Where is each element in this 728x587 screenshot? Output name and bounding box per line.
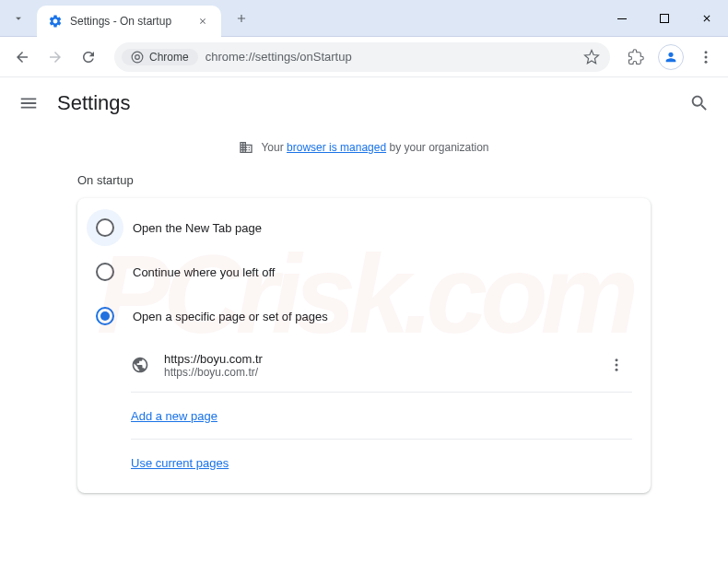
chevron-down-icon	[12, 12, 25, 25]
bookmark-button[interactable]	[581, 46, 603, 68]
radio-label: Continue where you left off	[133, 265, 275, 279]
option-new-tab[interactable]: Open the New Tab page	[77, 205, 651, 250]
url-text: chrome://settings/onStartup	[205, 50, 573, 64]
content: On startup Open the New Tab page Continu…	[0, 173, 728, 493]
arrow-left-icon	[14, 49, 30, 65]
arrow-right-icon	[47, 49, 64, 65]
svg-point-6	[705, 60, 708, 63]
browser-tab[interactable]: Settings - On startup	[37, 6, 221, 37]
startup-page-title: https://boyu.com.tr	[164, 352, 586, 366]
forward-button[interactable]	[41, 42, 70, 72]
minimize-icon	[616, 13, 628, 24]
search-icon	[689, 93, 710, 113]
startup-page-url: https://boyu.com.tr/	[164, 366, 586, 379]
radio-new-tab[interactable]	[96, 218, 114, 237]
svg-point-2	[132, 52, 143, 63]
option-specific-pages[interactable]: Open a specific page or set of pages	[77, 294, 651, 338]
plus-icon	[235, 12, 248, 25]
chrome-chip-label: Chrome	[149, 51, 189, 64]
address-bar[interactable]: Chrome chrome://settings/onStartup	[114, 42, 610, 72]
use-current-link[interactable]: Use current pages	[131, 456, 229, 470]
more-vert-icon	[608, 357, 625, 373]
svg-point-4	[705, 51, 708, 53]
person-icon	[663, 50, 678, 65]
svg-point-7	[616, 358, 618, 361]
window-controls	[601, 0, 728, 37]
add-page-link[interactable]: Add a new page	[131, 409, 217, 423]
startup-card: Open the New Tab page Continue where you…	[77, 198, 651, 493]
maximize-icon	[659, 13, 670, 24]
reload-button[interactable]	[74, 42, 103, 72]
svg-rect-0	[617, 18, 627, 19]
page-title: Settings	[57, 91, 131, 115]
svg-point-5	[705, 55, 708, 58]
managed-link[interactable]: browser is managed	[287, 141, 386, 154]
search-button[interactable]	[689, 93, 710, 113]
profile-button[interactable]	[658, 44, 684, 70]
menu-button[interactable]	[691, 42, 721, 72]
globe-icon	[131, 356, 149, 374]
gear-icon	[48, 14, 63, 29]
section-label: On startup	[77, 173, 651, 187]
startup-page-row: https://boyu.com.tr https://boyu.com.tr/	[77, 338, 651, 392]
managed-banner: Your browser is managed by your organiza…	[0, 129, 728, 173]
use-current-row: Use current pages	[77, 440, 651, 486]
close-icon	[701, 13, 712, 24]
browser-toolbar: Chrome chrome://settings/onStartup	[0, 37, 728, 77]
radio-label: Open the New Tab page	[133, 221, 262, 235]
svg-point-9	[616, 369, 618, 371]
menu-icon	[18, 93, 39, 113]
option-continue[interactable]: Continue where you left off	[77, 250, 651, 294]
chrome-icon	[131, 51, 144, 64]
new-tab-button[interactable]	[229, 6, 254, 31]
page-more-button[interactable]	[601, 349, 632, 381]
chrome-chip[interactable]: Chrome	[122, 49, 198, 65]
close-window-button[interactable]	[686, 0, 728, 37]
extensions-button[interactable]	[621, 42, 651, 72]
star-icon	[583, 49, 600, 65]
svg-point-3	[135, 54, 140, 59]
reload-icon	[80, 49, 97, 65]
back-button[interactable]	[7, 42, 37, 72]
radio-specific[interactable]	[96, 307, 114, 325]
more-vert-icon	[698, 49, 714, 65]
managed-suffix: by your organization	[389, 141, 488, 154]
hamburger-menu[interactable]	[18, 93, 39, 113]
radio-continue[interactable]	[96, 263, 114, 281]
settings-header: Settings	[0, 77, 728, 129]
domain-icon	[239, 140, 253, 155]
puzzle-icon	[628, 49, 644, 65]
managed-prefix: Your	[261, 141, 283, 154]
minimize-button[interactable]	[601, 0, 643, 37]
tab-title: Settings - On startup	[70, 15, 188, 28]
close-icon	[198, 17, 207, 26]
title-bar: Settings - On startup	[0, 0, 728, 37]
radio-label: Open a specific page or set of pages	[133, 310, 328, 323]
svg-point-8	[616, 364, 618, 367]
maximize-button[interactable]	[643, 0, 686, 37]
tab-close-button[interactable]	[195, 14, 210, 29]
tab-search-dropdown[interactable]	[7, 7, 29, 29]
add-page-row: Add a new page	[77, 393, 651, 439]
page-info: https://boyu.com.tr https://boyu.com.tr/	[164, 352, 586, 379]
svg-rect-1	[661, 14, 669, 22]
